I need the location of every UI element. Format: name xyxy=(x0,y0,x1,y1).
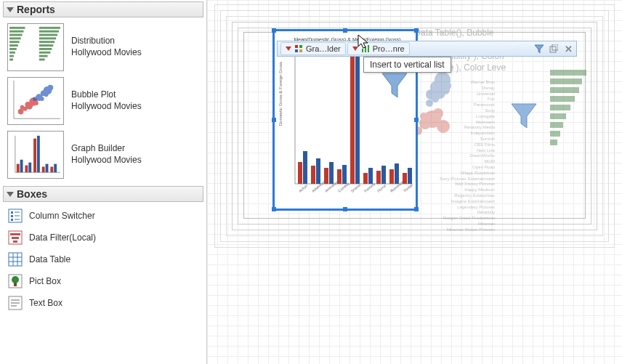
svg-rect-99 xyxy=(299,49,302,52)
svg-rect-114 xyxy=(342,165,347,184)
svg-rect-58 xyxy=(10,233,20,235)
resize-handle[interactable] xyxy=(272,28,276,33)
distribution-thumbnail xyxy=(7,23,64,71)
svg-rect-122 xyxy=(395,163,399,184)
box-label: Data Filter(Local) xyxy=(29,232,96,243)
sidebar: Reports Dist xyxy=(0,0,207,364)
box-item-data-table[interactable]: Data Table xyxy=(3,248,203,270)
box-label: Text Box xyxy=(29,298,62,308)
svg-rect-104 xyxy=(552,44,558,50)
svg-rect-115 xyxy=(350,53,355,184)
filter-funnel-icon xyxy=(509,102,538,131)
svg-rect-89 xyxy=(550,87,579,93)
bubble-plot-thumbnail xyxy=(7,77,64,125)
boxes-section-header[interactable]: Boxes xyxy=(3,186,203,202)
svg-point-29 xyxy=(20,105,25,110)
svg-rect-91 xyxy=(550,105,570,110)
svg-rect-46 xyxy=(42,166,45,172)
resize-handle[interactable] xyxy=(272,118,276,122)
svg-rect-1 xyxy=(9,31,23,33)
svg-rect-119 xyxy=(376,171,381,184)
reports-section-header[interactable]: Reports xyxy=(3,1,203,17)
disclosure-triangle-icon xyxy=(286,46,291,51)
svg-rect-4 xyxy=(9,41,20,43)
svg-rect-61 xyxy=(9,253,22,266)
svg-point-23 xyxy=(18,109,24,115)
background-legend-list: Warner BrosDisney UniversalFox Paramount… xyxy=(440,80,495,233)
tab-label: Pro…nre xyxy=(373,44,405,53)
svg-rect-117 xyxy=(363,173,368,184)
svg-rect-16 xyxy=(39,48,52,50)
boxes-title: Boxes xyxy=(17,188,47,200)
svg-rect-97 xyxy=(299,45,302,48)
report-item-distribution[interactable]: Distribution Hollywood Movies xyxy=(3,20,203,74)
list-icon xyxy=(7,208,23,224)
report-item-bubble-plot[interactable]: Bubble Plot Hollywood Movies xyxy=(3,74,203,128)
grid-icon xyxy=(294,44,303,53)
box-item-column-switcher[interactable]: Column Switcher xyxy=(3,205,203,227)
resize-handle[interactable] xyxy=(343,207,347,211)
filter-icon xyxy=(7,230,23,246)
svg-point-27 xyxy=(25,102,31,108)
svg-rect-87 xyxy=(550,70,586,76)
tab-label: Gra…lder xyxy=(306,44,341,53)
svg-rect-14 xyxy=(39,41,54,43)
background-bar-chart xyxy=(549,65,592,167)
svg-rect-96 xyxy=(295,45,298,48)
svg-rect-107 xyxy=(298,162,302,184)
svg-rect-8 xyxy=(9,55,14,57)
svg-rect-10 xyxy=(39,27,60,29)
dashboard-canvas[interactable]: Platform( Current Data Table(), Bubble P… xyxy=(207,0,622,364)
svg-rect-0 xyxy=(9,27,25,29)
svg-rect-47 xyxy=(46,164,49,173)
report-label: Bubble Plot Hollywood Movies xyxy=(71,89,142,112)
svg-rect-112 xyxy=(329,162,334,184)
svg-point-67 xyxy=(12,276,19,283)
filter-funnel-icon[interactable] xyxy=(534,44,544,54)
svg-point-28 xyxy=(34,101,39,105)
svg-rect-90 xyxy=(550,96,575,102)
svg-rect-109 xyxy=(311,166,315,184)
svg-rect-15 xyxy=(39,44,53,46)
svg-rect-3 xyxy=(9,37,21,39)
disclosure-triangle-icon xyxy=(7,192,14,197)
disclosure-triangle-icon xyxy=(7,7,14,12)
svg-rect-94 xyxy=(550,131,560,137)
text-icon xyxy=(7,295,23,311)
svg-rect-49 xyxy=(54,164,57,173)
resize-handle[interactable] xyxy=(414,28,419,33)
svg-rect-110 xyxy=(316,158,320,184)
svg-rect-95 xyxy=(550,139,557,145)
table-icon xyxy=(7,251,23,267)
svg-rect-7 xyxy=(9,52,15,54)
report-label: Graph Builder Hollywood Movies xyxy=(71,143,142,166)
resize-handle[interactable] xyxy=(343,28,347,33)
svg-point-76 xyxy=(420,113,427,120)
svg-rect-48 xyxy=(50,166,53,172)
popout-icon[interactable] xyxy=(549,44,559,54)
report-item-graph-builder[interactable]: Graph Builder Hollywood Movies xyxy=(3,128,203,182)
resize-handle[interactable] xyxy=(414,118,419,122)
svg-rect-60 xyxy=(13,240,17,243)
box-item-pict-box[interactable]: Pict Box xyxy=(3,270,203,292)
svg-text:Drama: Drama xyxy=(350,182,362,193)
close-icon[interactable]: ✕ xyxy=(563,44,573,54)
box-label: Column Switcher xyxy=(29,211,95,221)
box-label: Pict Box xyxy=(29,276,61,286)
svg-rect-9 xyxy=(9,59,13,61)
panel-tabstrip: Gra…lder Pro…nre ✕ xyxy=(277,41,577,57)
report-label: Distribution Hollywood Movies xyxy=(71,36,142,58)
tab-graph-builder[interactable]: Gra…lder xyxy=(280,42,346,55)
svg-rect-52 xyxy=(11,215,13,217)
svg-rect-19 xyxy=(39,59,45,61)
svg-rect-92 xyxy=(550,113,566,119)
svg-rect-5 xyxy=(9,44,18,46)
svg-rect-51 xyxy=(11,211,13,214)
box-label: Data Table xyxy=(29,254,70,264)
svg-rect-88 xyxy=(550,78,582,84)
svg-point-35 xyxy=(33,97,37,101)
resize-handle[interactable] xyxy=(272,207,276,211)
resize-handle[interactable] xyxy=(414,207,419,211)
box-item-text-box[interactable]: Text Box xyxy=(3,292,203,314)
box-item-data-filter[interactable]: Data Filter(Local) xyxy=(3,227,203,248)
